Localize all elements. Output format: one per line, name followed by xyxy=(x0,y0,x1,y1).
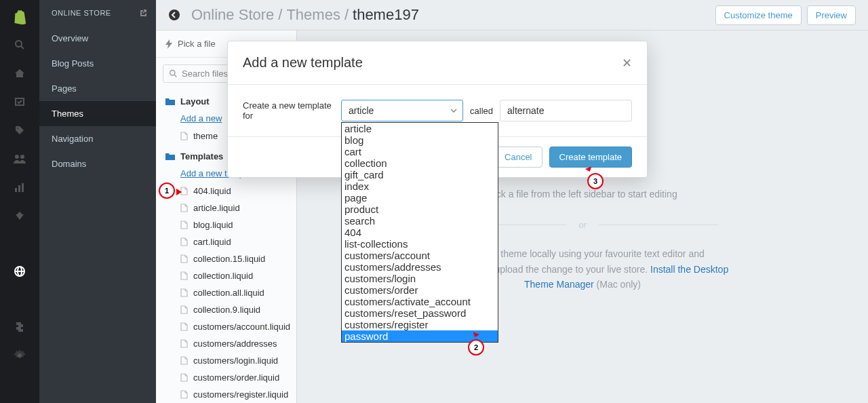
template-type-dropdown[interactable]: articleblogcartcollectiongift_cardindexp… xyxy=(341,122,498,343)
file-item[interactable]: customers/order.liquid xyxy=(156,369,296,386)
dropdown-option[interactable]: index xyxy=(342,180,498,192)
sidebar-item-themes[interactable]: Themes xyxy=(39,101,156,126)
document-icon xyxy=(180,288,188,297)
online-store-icon[interactable] xyxy=(13,265,26,278)
file-item[interactable]: article.liquid xyxy=(156,199,296,216)
chevron-down-icon xyxy=(450,109,457,113)
file-item[interactable]: collection.all.liquid xyxy=(156,284,296,301)
svg-point-14 xyxy=(170,71,175,75)
dropdown-option[interactable]: search xyxy=(342,215,498,227)
svg-point-3 xyxy=(17,128,18,129)
settings-icon[interactable] xyxy=(13,349,26,362)
apps-icon[interactable] xyxy=(13,320,26,334)
home-icon[interactable] xyxy=(13,66,26,80)
template-for-label: Create a new template for xyxy=(243,100,334,121)
document-icon xyxy=(180,339,188,348)
svg-point-13 xyxy=(169,9,180,20)
dropdown-option[interactable]: collection xyxy=(342,157,498,169)
file-item[interactable]: customers/addresses xyxy=(156,335,296,352)
dropdown-option[interactable]: customers/login xyxy=(342,273,498,284)
lightning-icon xyxy=(165,39,172,49)
folder-icon xyxy=(165,153,175,161)
document-icon xyxy=(180,390,188,399)
document-icon xyxy=(180,254,188,263)
file-item[interactable]: collection.15.liquid xyxy=(156,250,296,267)
dropdown-option[interactable]: customers/order xyxy=(342,284,498,296)
dropdown-option[interactable]: gift_card xyxy=(342,169,498,180)
svg-point-0 xyxy=(16,41,22,47)
sidebar-item-navigation[interactable]: Navigation xyxy=(39,126,156,151)
breadcrumb-part[interactable]: Themes xyxy=(286,6,340,24)
file-item[interactable]: blog.liquid xyxy=(156,216,296,233)
svg-line-1 xyxy=(21,46,24,49)
document-icon xyxy=(180,220,188,229)
file-item[interactable]: customers/login.liquid xyxy=(156,352,296,369)
modal-title: Add a new template xyxy=(243,55,363,71)
reports-icon[interactable] xyxy=(13,180,26,194)
document-icon xyxy=(180,132,188,140)
breadcrumb-current: theme197 xyxy=(353,6,419,24)
file-item[interactable]: collection.9.liquid xyxy=(156,301,296,318)
dropdown-option[interactable]: blog xyxy=(342,134,498,146)
preview-button[interactable]: Preview xyxy=(807,5,856,25)
file-item[interactable]: customers/register.liquid xyxy=(156,386,296,403)
sidebar-item-overview[interactable]: Overview xyxy=(39,26,156,51)
document-icon xyxy=(180,356,188,365)
cancel-button[interactable]: Cancel xyxy=(494,147,542,168)
sidebar: ONLINE STORE OverviewBlog PostsPagesThem… xyxy=(39,0,156,403)
breadcrumb: Online Store / Themes / theme197 xyxy=(191,6,419,24)
callout-3: 3 xyxy=(587,173,604,189)
dropdown-option[interactable]: customers/activate_account xyxy=(342,296,498,307)
svg-rect-7 xyxy=(18,185,20,192)
svg-point-5 xyxy=(20,155,24,159)
dropdown-option[interactable]: 404 xyxy=(342,227,498,238)
pick-file-label: Pick a file xyxy=(178,39,216,49)
dropdown-option[interactable]: cart xyxy=(342,146,498,157)
svg-rect-6 xyxy=(15,188,17,192)
template-name-input[interactable] xyxy=(500,100,632,121)
dropdown-option[interactable]: product xyxy=(342,204,498,215)
file-item[interactable]: cart.liquid xyxy=(156,233,296,250)
discounts-icon[interactable] xyxy=(13,209,26,223)
icon-rail xyxy=(0,0,39,403)
template-type-select[interactable]: article xyxy=(341,100,463,121)
file-item[interactable]: customers/account.liquid xyxy=(156,318,296,335)
dropdown-option[interactable]: customers/reset_password xyxy=(342,307,498,319)
svg-point-4 xyxy=(15,155,19,159)
customers-icon[interactable] xyxy=(13,152,26,166)
dropdown-option[interactable]: page xyxy=(342,192,498,204)
back-icon[interactable] xyxy=(168,9,180,21)
folder-icon xyxy=(165,98,175,106)
called-label: called xyxy=(470,106,493,116)
document-icon xyxy=(180,204,188,212)
pick-file-hint: Pick a file from the left sidebar to sta… xyxy=(488,189,677,199)
tag-icon[interactable] xyxy=(13,123,26,137)
document-icon xyxy=(180,271,188,280)
document-icon xyxy=(180,305,188,314)
dropdown-option[interactable]: customers/register xyxy=(342,319,498,330)
sidebar-title: ONLINE STORE xyxy=(52,9,111,17)
sidebar-item-pages[interactable]: Pages xyxy=(39,76,156,101)
sidebar-item-domains[interactable]: Domains xyxy=(39,151,156,176)
external-link-icon[interactable] xyxy=(138,8,148,18)
document-icon xyxy=(180,237,188,246)
close-icon[interactable]: ✕ xyxy=(622,56,632,71)
topbar: Online Store / Themes / theme197 Customi… xyxy=(156,0,868,31)
dropdown-option[interactable]: customers/addresses xyxy=(342,261,498,273)
sidebar-item-blog-posts[interactable]: Blog Posts xyxy=(39,51,156,76)
document-icon xyxy=(180,373,188,382)
breadcrumb-part[interactable]: Online Store xyxy=(191,6,274,24)
inbox-icon[interactable] xyxy=(13,95,26,109)
add-template-modal: Add a new template ✕ Create a new templa… xyxy=(227,41,648,178)
svg-rect-8 xyxy=(22,183,24,192)
dropdown-option[interactable]: list-collections xyxy=(342,238,498,250)
document-icon xyxy=(180,322,188,331)
shopify-logo-icon xyxy=(13,9,26,23)
dropdown-option[interactable]: article xyxy=(342,123,498,134)
customize-theme-button[interactable]: Customize theme xyxy=(715,5,802,25)
search-icon[interactable] xyxy=(13,38,26,52)
dropdown-option[interactable]: customers/account xyxy=(342,250,498,261)
svg-line-15 xyxy=(174,75,176,77)
create-template-button[interactable]: Create template xyxy=(549,147,633,168)
file-item[interactable]: collection.liquid xyxy=(156,267,296,284)
